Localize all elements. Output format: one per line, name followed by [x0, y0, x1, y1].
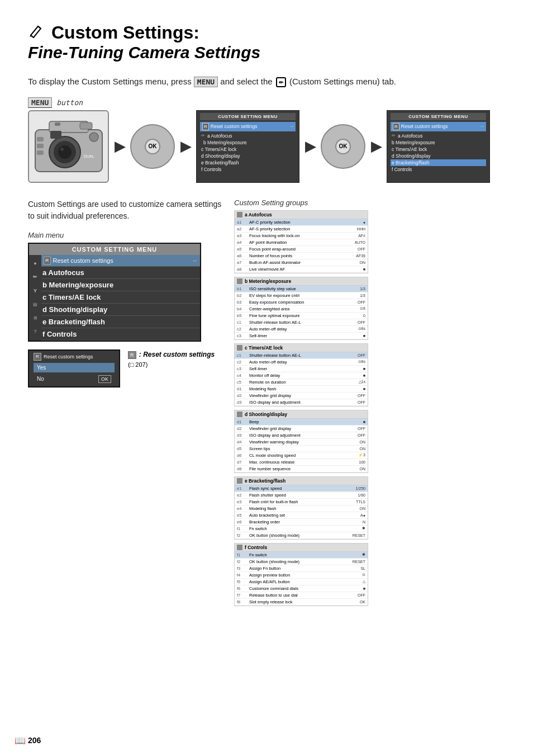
page-content: Custom Settings: Fine-Tuning Camera Sett…: [0, 0, 533, 632]
group-section-c: c Timers/AE lock c1 Shutter-release butt…: [234, 343, 368, 407]
group-row-a7: a7 Built-in AF-assist illuminator ON: [235, 259, 368, 266]
group-row-d5: d5 Screen tips ON: [235, 446, 368, 452]
main-menu-box: CUSTOM SETTING MENU ● ✏ Y ▤ ⊞ ? R: [28, 243, 201, 342]
lm-item-c: c Timers/AE lock: [41, 291, 200, 304]
group-row-d6: d6 CL mode shooting speed ⚡3: [235, 452, 368, 459]
group-row-e4: e4 Modeling flash ON: [235, 505, 368, 512]
page-title-main: Custom Settings:: [28, 22, 505, 43]
group-row-e6: e6 Bracketing order N: [235, 519, 368, 526]
menu-sidebar-icons: ● ✏ Y ▤ ⊞ ?: [29, 255, 41, 341]
group-row-c1: c1 Shutter-release button AE-L OFF: [235, 352, 368, 359]
lm-item-b: b Metering/exposure: [41, 279, 200, 291]
sub-menu-header: R Reset custom settings: [34, 353, 115, 361]
group-row-a4: a4 AF point illumination AUTO: [235, 239, 368, 246]
groups-panel: a Autofocus a1 AF-C priority selection ●…: [234, 210, 368, 606]
group-row-d1c: d1 Modeling flash ■: [235, 386, 368, 393]
menu-button-section-label: MENU button: [28, 98, 505, 107]
group-header-c: c Timers/AE lock: [235, 344, 368, 352]
reset-desc-icon: R: [128, 351, 136, 359]
group-row-a2: a2 AF-S priority selection HHH: [235, 226, 368, 233]
group-row-f8: f8 Slot empty release lock OK: [235, 599, 368, 606]
menu-item-e-2: e Bracketing/flash: [391, 159, 486, 166]
camera-illustration: DUAL: [28, 110, 109, 183]
group-section-b: b Metering/exposure b1 ISO sensitivity s…: [234, 277, 368, 340]
group-icon-b: [237, 278, 242, 284]
lm-item-f: f Controls: [41, 328, 200, 341]
svg-point-4: [58, 145, 72, 159]
lm-item-d: d Shooting/display: [41, 304, 200, 316]
group-row-c2: c2 Auto meter-off delay ⊙8s: [235, 359, 368, 366]
group-row-c5: c5 Remote on duration △1s: [235, 379, 368, 386]
group-icon-c: [237, 345, 242, 351]
group-header-d: d Shooting/display: [235, 410, 368, 419]
group-row-e1: e1 Flash sync speed 1/250: [235, 485, 368, 492]
menu-item-a-2: ✏ a Autofocus: [391, 133, 486, 139]
group-row-e2: e2 Flash shutter speed 1/60: [235, 492, 368, 499]
menu-screen-2: CUSTOM SETTING MENU R Reset custom setti…: [387, 110, 490, 183]
sub-menu-icon: R: [34, 353, 41, 361]
svg-rect-12: [37, 144, 44, 148]
group-icon-d: [237, 412, 242, 417]
reset-icon-large: R: [44, 257, 51, 264]
menu-item-d-1: d Shooting/display: [200, 153, 296, 159]
group-row-b4: b4 Center-weighted area ⊙8: [235, 306, 368, 313]
menu-text: MENU: [28, 97, 52, 108]
group-row-f2e: f2 OK button (shooting mode) RESET: [235, 532, 368, 539]
sub-menu-ok[interactable]: OK: [98, 375, 111, 383]
group-row-a3: a3 Focus tracking with lock-on AF≠: [235, 233, 368, 239]
group-row-c2b: c2 Auto meter-off delay ⊙8s: [235, 326, 368, 333]
svg-rect-13: [37, 150, 44, 155]
book-icon: 📖: [15, 735, 26, 746]
group-row-d3: d3 ISO display and adjustment OFF: [235, 432, 368, 439]
group-header-f: f Controls: [235, 544, 368, 552]
lm-reset-row: R Reset custom settings --: [41, 255, 200, 267]
pencil-icon-a1: ✏: [201, 133, 205, 138]
svg-rect-11: [37, 137, 44, 141]
group-section-e: e Bracketing/flash e1 Flash sync speed 1…: [234, 476, 368, 540]
svg-rect-6: [80, 122, 92, 129]
steps-row: DUAL ▶ OK ▶ CUSTOM SETTING MENU R Reset …: [28, 110, 505, 183]
group-row-b2: b2 EV steps for exposure cntrl 1/3: [235, 292, 368, 299]
reset-item-2: R Reset custom settings --: [391, 122, 486, 131]
sb-icon-pencil: ✏: [31, 272, 40, 281]
svg-text:DUAL: DUAL: [84, 154, 94, 158]
title-block: Custom Settings: Fine-Tuning Camera Sett…: [28, 22, 505, 62]
group-row-f7: f7 Release button to use dial OFF: [235, 592, 368, 599]
lm-item-e: e Bracketing/flash: [41, 316, 200, 328]
sb-icon-img: ▤: [31, 300, 40, 309]
step-arrow-3: ▶: [305, 139, 315, 154]
group-icon-a: [237, 212, 242, 218]
custom-settings-description: Custom Settings are used to customize ca…: [28, 199, 223, 222]
menu-item-f-2: f Controls: [391, 166, 486, 173]
group-header-b: b Metering/exposure: [235, 277, 368, 286]
menu-screen-title-1: CUSTOM SETTING MENU: [200, 113, 296, 120]
group-row-d2c: d2 Viewfinder grid display OFF: [235, 393, 368, 399]
step-arrow-1: ▶: [115, 139, 125, 154]
group-icon-f: [237, 545, 242, 550]
intro-paragraph: To display the Custom Settings menu, pre…: [28, 75, 505, 88]
sb-icon-question: ?: [31, 327, 40, 336]
sb-icon-y: Y: [31, 286, 40, 295]
groups-label: Custom Setting groups: [234, 199, 505, 207]
group-row-f4: f4 Assign preview button ⊙: [235, 572, 368, 579]
pencil-icon-a2: ✏: [392, 133, 396, 138]
menu-screen-1: CUSTOM SETTING MENU R Reset custom setti…: [196, 110, 299, 183]
group-header-a: a Autofocus: [235, 211, 368, 219]
ok-button-1[interactable]: OK: [145, 139, 160, 154]
group-row-a5: a5 Focus point wrap-around OFF: [235, 246, 368, 253]
group-row-b1: b1 ISO sensitivity step value 1/3: [235, 286, 368, 292]
group-row-d2: d2 Viewfinder grid display OFF: [235, 426, 368, 432]
custom-settings-icon: ✏: [276, 77, 286, 87]
menu-item-c-2: c Timers/AE lock: [391, 146, 486, 153]
group-row-d3c: d3 ISO display and adjustment OFF: [235, 399, 368, 406]
group-row-f6: f6 Customize command dials ■: [235, 585, 368, 592]
camera-svg: DUAL: [32, 116, 105, 177]
group-row-d4: d4 Viewfinder warning display ON: [235, 439, 368, 446]
group-row-d8: d8 File number sequence ON: [235, 466, 368, 472]
sb-icon-dot: ●: [31, 259, 40, 268]
group-section-d: d Shooting/display d1 Beep ■ d2 Viewfind…: [234, 410, 368, 473]
ok-button-2[interactable]: OK: [335, 139, 351, 154]
group-row-d1: d1 Beep ■: [235, 419, 368, 426]
right-column: Custom Setting groups a Autofocus a1 AF-…: [234, 199, 505, 609]
group-row-c4: c4 Monitor off delay ■: [235, 372, 368, 379]
